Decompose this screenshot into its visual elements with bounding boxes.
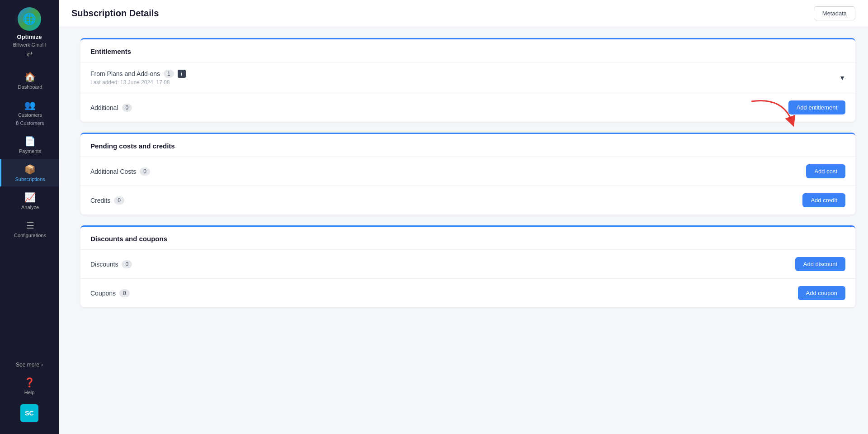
coupons-label: Coupons — [90, 290, 116, 297]
analyze-icon: 📈 — [24, 192, 36, 203]
add-entitlement-button[interactable]: Add entitlement — [788, 100, 845, 114]
pending-costs-title: Pending costs and credits — [90, 142, 175, 150]
additional-count-badge: 0 — [122, 104, 132, 112]
from-plans-info: From Plans and Add-ons 1 i Last added: 1… — [90, 70, 186, 86]
discounts-coupons-title: Discounts and coupons — [90, 235, 167, 243]
see-more-label: See more — [16, 362, 39, 368]
additional-entitlements-row: Additional 0 Add entitlement — [80, 93, 855, 122]
subscriptions-icon: 📦 — [24, 164, 36, 175]
sidebar-label-payments: Payments — [19, 148, 41, 154]
main-area: Subscription Details Metadata Entitlemen… — [59, 0, 868, 434]
credits-label: Credits — [90, 197, 110, 204]
discounts-coupons-card: Discounts and coupons Discounts 0 Add di… — [80, 225, 855, 307]
chevron-down-icon: ▼ — [839, 74, 845, 81]
add-cost-button[interactable]: Add cost — [806, 164, 845, 178]
sidebar-item-customers[interactable]: 👥 Customers 8 Customers — [0, 95, 59, 130]
customers-count: 8 Customers — [16, 120, 44, 126]
company-name: Billwerk GmbH — [13, 42, 46, 48]
pending-costs-header: Pending costs and credits — [80, 134, 855, 157]
add-discount-button[interactable]: Add discount — [795, 257, 845, 271]
payments-icon: 📄 — [24, 136, 36, 147]
sidebar-label-customers: Customers — [18, 112, 42, 118]
sidebar-nav: 🏠 Dashboard 👥 Customers 8 Customers 📄 Pa… — [0, 67, 59, 357]
sidebar-item-subscriptions[interactable]: 📦 Subscriptions — [0, 159, 59, 186]
metadata-button[interactable]: Metadata — [814, 6, 855, 20]
credits-label-group: Credits 0 — [90, 196, 124, 205]
discounts-label-group: Discounts 0 — [90, 260, 132, 268]
configurations-icon: ☰ — [26, 220, 34, 231]
topbar: Subscription Details Metadata — [59, 0, 868, 27]
sidebar-item-dashboard[interactable]: 🏠 Dashboard — [0, 67, 59, 94]
add-credit-button[interactable]: Add credit — [802, 193, 845, 207]
sidebar-help[interactable]: ❓ Help — [24, 372, 35, 400]
coupons-label-group: Coupons 0 — [90, 289, 130, 297]
sidebar-item-payments[interactable]: 📄 Payments — [0, 131, 59, 158]
additional-costs-count-badge: 0 — [140, 167, 150, 176]
app-name: Optimize — [17, 33, 42, 40]
credits-row: Credits 0 Add credit — [80, 186, 855, 215]
sidebar-item-configurations[interactable]: ☰ Configurations — [0, 215, 59, 243]
coupons-row: Coupons 0 Add coupon — [80, 279, 855, 307]
sidebar: 🌐 Optimize Billwerk GmbH ⇄ 🏠 Dashboard 👥… — [0, 0, 59, 434]
user-avatar[interactable]: SC — [20, 404, 38, 422]
sidebar-label-analyze: Analyze — [21, 205, 39, 210]
discounts-row: Discounts 0 Add discount — [80, 250, 855, 279]
entitlements-title: Entitlements — [90, 48, 131, 55]
see-more-link[interactable]: See more › — [16, 357, 43, 372]
discounts-count-badge: 0 — [122, 260, 132, 268]
sidebar-label-dashboard: Dashboard — [18, 84, 42, 90]
sidebar-label-configurations: Configurations — [14, 233, 46, 238]
add-coupon-button[interactable]: Add coupon — [798, 286, 845, 300]
additional-costs-label: Additional Costs — [90, 168, 136, 175]
from-plans-count-badge: 1 — [164, 70, 174, 78]
from-plans-row[interactable]: From Plans and Add-ons 1 i Last added: 1… — [80, 62, 855, 93]
from-plans-last-added: Last added: 13 June 2024, 17:08 — [90, 79, 186, 86]
sidebar-label-subscriptions: Subscriptions — [15, 176, 45, 182]
entitlements-card: Entitlements From Plans and Add-ons 1 i … — [80, 38, 855, 122]
chevron-right-icon: › — [41, 362, 43, 368]
entitlements-header: Entitlements — [80, 39, 855, 62]
from-plans-title-row: From Plans and Add-ons 1 i — [90, 70, 186, 78]
app-logo: 🌐 — [18, 7, 41, 31]
switch-icon[interactable]: ⇄ — [27, 49, 33, 58]
additional-label-group: Additional 0 — [90, 104, 132, 112]
sidebar-item-analyze[interactable]: 📈 Analyze — [0, 187, 59, 215]
from-plans-label: From Plans and Add-ons — [90, 70, 160, 77]
help-label: Help — [24, 390, 35, 395]
avatar-initials: SC — [25, 410, 33, 417]
customers-icon: 👥 — [24, 100, 36, 110]
pending-costs-card: Pending costs and credits Additional Cos… — [80, 133, 855, 215]
page-title: Subscription Details — [71, 8, 159, 19]
discounts-label: Discounts — [90, 261, 118, 268]
discounts-coupons-header: Discounts and coupons — [80, 227, 855, 250]
additional-costs-row: Additional Costs 0 Add cost — [80, 157, 855, 186]
entitlements-card-wrapper: Entitlements From Plans and Add-ons 1 i … — [80, 38, 855, 122]
credits-count-badge: 0 — [114, 196, 124, 205]
additional-costs-label-group: Additional Costs 0 — [90, 167, 150, 176]
content-area: Entitlements From Plans and Add-ons 1 i … — [59, 27, 868, 434]
additional-label: Additional — [90, 104, 118, 111]
coupons-count-badge: 0 — [119, 289, 130, 297]
info-icon[interactable]: i — [178, 70, 186, 78]
help-icon: ❓ — [24, 377, 35, 388]
home-icon: 🏠 — [24, 72, 36, 82]
